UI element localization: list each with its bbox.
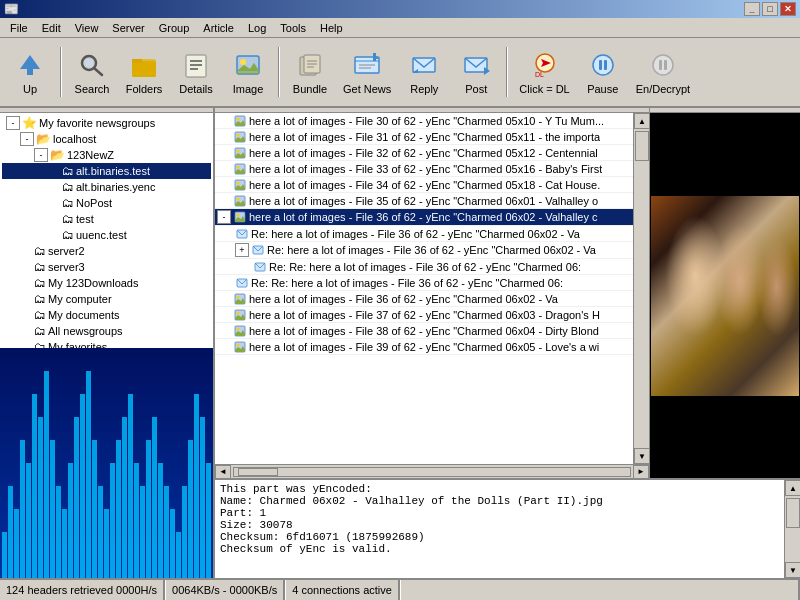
scroll-down-btn[interactable]: ▼: [634, 448, 649, 464]
bundle-label: Bundle: [293, 83, 327, 95]
article-row[interactable]: here a lot of images - File 32 of 62 - y…: [215, 145, 633, 161]
chart-bar: [188, 440, 193, 578]
toolbar-btn-post[interactable]: Post: [452, 43, 500, 101]
tree-item[interactable]: -📂localhost: [2, 131, 211, 147]
preview-area[interactable]: This part was yEncoded:Name: Charmed 06x…: [215, 480, 784, 578]
menu-item-server[interactable]: Server: [106, 20, 150, 36]
close-button[interactable]: ✕: [780, 2, 796, 16]
article-row[interactable]: here a lot of images - File 34 of 62 - y…: [215, 177, 633, 193]
toolbar-btn-bundle[interactable]: Bundle: [286, 43, 334, 101]
tree-item[interactable]: 🗂My documents: [2, 307, 211, 323]
tree-item[interactable]: 🗂server2: [2, 243, 211, 259]
preview-vscroll-track[interactable]: [785, 496, 800, 562]
preview-scrollbar[interactable]: ▲ ▼: [784, 480, 800, 578]
svg-point-40: [237, 133, 240, 136]
toolbar: UpSearchFoldersDetailsImageBundleGet New…: [0, 38, 800, 108]
chart-bar: [44, 371, 49, 578]
tree-folder-icon: 🗂: [34, 292, 46, 306]
tree-item[interactable]: -⭐My favorite newsgroups: [2, 115, 211, 131]
toolbar-btn-click[interactable]: DLClick = DL: [514, 43, 574, 101]
article-row[interactable]: here a lot of images - File 35 of 62 - y…: [215, 193, 633, 209]
article-row[interactable]: here a lot of images - File 31 of 62 - y…: [215, 129, 633, 145]
toolbar-btn-image[interactable]: Image: [224, 43, 272, 101]
preview-scroll-down[interactable]: ▼: [785, 562, 800, 578]
article-row[interactable]: here a lot of images - File 36 of 62 - y…: [215, 291, 633, 307]
article-row[interactable]: Re: Re: here a lot of images - File 36 o…: [215, 259, 633, 275]
preview-scroll-up[interactable]: ▲: [785, 480, 800, 496]
svg-point-44: [237, 165, 240, 168]
tree-item[interactable]: 🗂NoPost: [2, 195, 211, 211]
vscroll-thumb[interactable]: [635, 131, 649, 161]
menu-item-help[interactable]: Help: [314, 20, 349, 36]
article-row[interactable]: here a lot of images - File 33 of 62 - y…: [215, 161, 633, 177]
articles-vscroll[interactable]: ▲ ▼: [633, 113, 649, 464]
minimize-button[interactable]: _: [744, 2, 760, 16]
article-expand-btn[interactable]: -: [217, 210, 231, 224]
chart-bar: [26, 463, 31, 578]
toolbar-btn-folders[interactable]: Folders: [120, 43, 168, 101]
tree-item[interactable]: -📂123NewZ: [2, 147, 211, 163]
tree-item[interactable]: 🗂All newsgroups: [2, 323, 211, 339]
tree-item[interactable]: 🗂alt.binaries.yenc: [2, 179, 211, 195]
tree-expand-btn[interactable]: -: [6, 116, 20, 130]
chart-bar: [2, 532, 7, 578]
tree-item-label: server2: [48, 245, 85, 257]
reply-label: Reply: [410, 83, 438, 95]
menu-item-tools[interactable]: Tools: [274, 20, 312, 36]
menu-item-log[interactable]: Log: [242, 20, 272, 36]
up-label: Up: [23, 83, 37, 95]
articles-hscrollbar[interactable]: ◄ ►: [215, 464, 649, 478]
scroll-up-btn[interactable]: ▲: [634, 113, 649, 129]
tree-item[interactable]: 🗂My 123Downloads: [2, 275, 211, 291]
menu-item-article[interactable]: Article: [197, 20, 240, 36]
hscroll-left-btn[interactable]: ◄: [215, 465, 231, 479]
toolbar-btn-encrypt[interactable]: En/Decrypt: [631, 43, 695, 101]
toolbar-separator: [506, 47, 508, 97]
toolbar-btn-search[interactable]: Search: [68, 43, 116, 101]
activity-chart: [0, 348, 213, 579]
chart-bar: [8, 486, 13, 578]
hscroll-thumb[interactable]: [238, 468, 278, 476]
vscroll-track[interactable]: [634, 129, 649, 448]
tree-item[interactable]: 🗂uuenc.test: [2, 227, 211, 243]
articles-panel: here a lot of images - File 30 of 62 - y…: [215, 108, 650, 478]
hscroll-track[interactable]: [233, 467, 631, 477]
article-row[interactable]: +Re: here a lot of images - File 36 of 6…: [215, 242, 633, 259]
article-row[interactable]: here a lot of images - File 39 of 62 - y…: [215, 339, 633, 355]
article-row[interactable]: here a lot of images - File 30 of 62 - y…: [215, 113, 633, 129]
article-row[interactable]: Re: here a lot of images - File 36 of 62…: [215, 226, 633, 242]
preview-line: Size: 30078: [220, 519, 779, 531]
menu-item-file[interactable]: File: [4, 20, 34, 36]
tree-folder-icon: 🗂: [34, 260, 46, 274]
tree-expand-btn[interactable]: -: [20, 132, 34, 146]
menu-item-group[interactable]: Group: [153, 20, 196, 36]
preview-line: Checksum: 6fd16071 (1875992689): [220, 531, 779, 543]
toolbar-btn-details[interactable]: Details: [172, 43, 220, 101]
article-type-icon: [233, 341, 247, 353]
tree-item[interactable]: 🗂server3: [2, 259, 211, 275]
tree-item[interactable]: 🗂test: [2, 211, 211, 227]
hscroll-right-btn[interactable]: ►: [633, 465, 649, 479]
tree-area[interactable]: -⭐My favorite newsgroups-📂localhost-📂123…: [0, 113, 213, 348]
article-row[interactable]: -here a lot of images - File 36 of 62 - …: [215, 209, 633, 226]
toolbar-btn-getnews[interactable]: Get News: [338, 43, 396, 101]
article-expand-btn[interactable]: +: [235, 243, 249, 257]
tree-item[interactable]: 🗂alt.binaries.test: [2, 163, 211, 179]
tree-expand-btn[interactable]: -: [34, 148, 48, 162]
menu-item-edit[interactable]: Edit: [36, 20, 67, 36]
tree-item[interactable]: 🗂My computer: [2, 291, 211, 307]
chart-bar: [62, 509, 67, 578]
preview-vscroll-thumb[interactable]: [786, 498, 800, 528]
toolbar-btn-pause[interactable]: Pause: [579, 43, 627, 101]
article-row[interactable]: here a lot of images - File 37 of 62 - y…: [215, 307, 633, 323]
articles-list[interactable]: here a lot of images - File 30 of 62 - y…: [215, 113, 633, 464]
tree-item[interactable]: 🗂My favorites: [2, 339, 211, 348]
toolbar-btn-reply[interactable]: Reply: [400, 43, 448, 101]
article-type-icon: [235, 277, 249, 289]
article-row[interactable]: here a lot of images - File 38 of 62 - y…: [215, 323, 633, 339]
toolbar-btn-up[interactable]: Up: [6, 43, 54, 101]
article-row[interactable]: Re: Re: here a lot of images - File 36 o…: [215, 275, 633, 291]
menu-item-view[interactable]: View: [69, 20, 105, 36]
maximize-button[interactable]: □: [762, 2, 778, 16]
chart-bars: [0, 348, 213, 579]
